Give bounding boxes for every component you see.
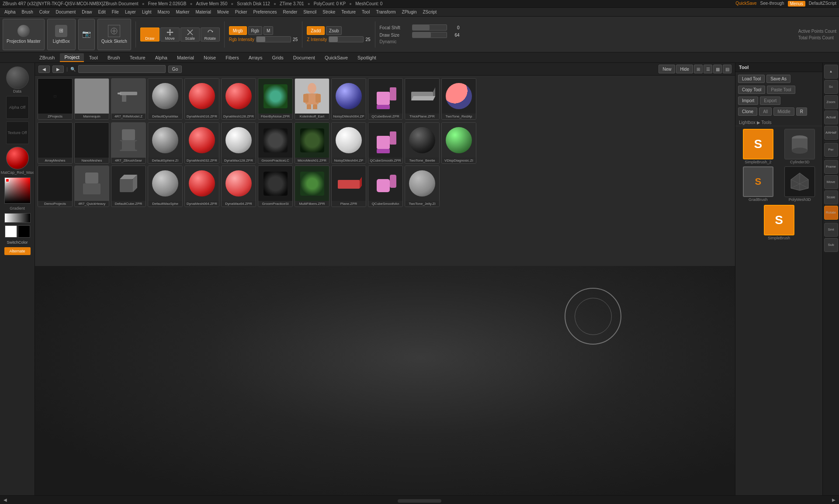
see-through-label[interactable]: See-through <box>760 1 784 7</box>
menu-edit[interactable]: Edit <box>96 9 108 15</box>
list-item[interactable]: QCubeSmooth.ZPR <box>368 122 403 164</box>
menu-zplugin[interactable]: ZPlugin <box>399 9 420 15</box>
lib-go-btn[interactable]: Go <box>168 66 182 73</box>
list-item[interactable]: Plane.ZPR <box>331 166 366 207</box>
alternate-btn[interactable]: Alternate <box>4 247 31 255</box>
menu-picker[interactable]: Picker <box>232 9 250 15</box>
import-btn[interactable]: Import <box>738 97 758 105</box>
tab-brush[interactable]: Brush <box>103 54 125 62</box>
rgb-btn[interactable]: Rgb <box>248 26 262 35</box>
draw-btn[interactable]: Draw <box>140 28 159 41</box>
rb-scale-btn[interactable]: Scale <box>824 190 838 204</box>
menu-alpha[interactable]: Alpha <box>2 9 18 15</box>
menu-stroke[interactable]: Stroke <box>320 9 338 15</box>
tab-grids[interactable]: Grids <box>267 54 288 62</box>
menu-texture[interactable]: Texture <box>339 9 358 15</box>
m-btn[interactable]: M <box>263 26 273 35</box>
list-item[interactable]: DynaMesh128.ZPR <box>221 78 256 120</box>
rb-scroll-up[interactable]: ▲ <box>824 65 838 79</box>
lightbox-btn[interactable]: ⊞ LightBox <box>47 19 76 50</box>
rb-sub-btn[interactable]: Sub <box>824 238 838 252</box>
matcap-swatch[interactable] <box>6 147 29 169</box>
brush-thumb-simple2[interactable]: S <box>743 129 773 159</box>
camera-btn[interactable]: 📷 <box>78 19 95 50</box>
list-item[interactable]: MicroMesh01.ZPR <box>295 122 329 164</box>
menu-brush[interactable]: Brush <box>19 9 36 15</box>
list-item[interactable]: DynaWax64.ZPR <box>221 166 256 207</box>
texture-off-btn[interactable]: Texture Off <box>6 121 29 144</box>
list-item[interactable]: ThickPlane.ZPR <box>405 78 440 120</box>
quick-save-btn[interactable]: QuickSave <box>735 1 756 7</box>
tab-tool[interactable]: Tool <box>85 54 102 62</box>
rb-actual-btn[interactable]: Actual <box>824 110 838 124</box>
mrgb-btn[interactable]: Mrgb <box>229 26 247 35</box>
black-swatch[interactable] <box>18 225 30 238</box>
tab-project[interactable]: Project <box>60 53 83 62</box>
tab-spotlight[interactable]: Spotlight <box>353 54 381 62</box>
brush-thumb-simple[interactable]: S <box>764 205 794 235</box>
rb-frame-btn[interactable]: Frame <box>824 160 838 174</box>
tab-document[interactable]: Document <box>289 54 319 62</box>
list-item[interactable]: FiberByNoise.ZPR <box>258 78 293 120</box>
menu-layer[interactable]: Layer <box>122 9 139 15</box>
view-grid-btn[interactable]: ⊞ <box>694 65 703 73</box>
bottom-scroll[interactable]: ◀ <box>3 497 7 502</box>
menu-tool[interactable]: Tool <box>359 9 372 15</box>
tab-texture[interactable]: Texture <box>125 54 150 62</box>
focal-shift-slider[interactable] <box>412 24 447 31</box>
zadd-btn[interactable]: Zadd <box>307 26 325 35</box>
brush-thumb-cylinder[interactable] <box>784 129 815 159</box>
list-item[interactable]: 4R7_QuickHeavy <box>74 166 109 207</box>
lib-new-btn[interactable]: New <box>659 65 675 73</box>
menu-macro[interactable]: Macro <box>155 9 173 15</box>
lib-search-input[interactable] <box>78 65 166 73</box>
scroll-thumb[interactable] <box>398 499 441 503</box>
export-btn[interactable]: Export <box>760 97 780 105</box>
color-picker[interactable] <box>4 177 31 204</box>
tab-noise[interactable]: Noise <box>199 54 220 62</box>
draw-size-slider[interactable] <box>412 32 447 38</box>
save-as-btn[interactable]: Save As <box>766 75 790 83</box>
list-item[interactable]: NoisyDMesh064.ZP <box>331 78 366 120</box>
list-item[interactable]: DefaultDynaWax <box>148 78 183 120</box>
menu-draw[interactable]: Draw <box>79 9 94 15</box>
list-item[interactable]: DefaultSphere.ZI <box>148 122 183 164</box>
list-item[interactable]: DemoProjects <box>38 166 73 207</box>
list-item[interactable]: MultiFilbers.ZPR <box>295 166 329 207</box>
list-item[interactable]: DynaMesh032.ZPR <box>184 122 219 164</box>
z-intensity-slider[interactable] <box>329 36 364 42</box>
menu-color[interactable]: Color <box>37 9 52 15</box>
projection-master-btn[interactable]: Projection Master <box>3 19 45 50</box>
canvas-area[interactable] <box>35 266 735 495</box>
list-item[interactable]: DynaMesh064.ZPR <box>184 166 219 207</box>
menu-render[interactable]: Render <box>281 9 300 15</box>
rb-rotate-btn[interactable]: Rotate <box>824 206 838 220</box>
list-item[interactable]: NanoMeshes <box>74 122 109 164</box>
default-script-btn[interactable]: DefaultZScript <box>809 1 836 7</box>
list-item[interactable]: DynaMesh016.ZPR <box>184 78 219 120</box>
rb-aahalf-btn[interactable]: AAHalf <box>824 126 838 140</box>
list-item[interactable]: GroomPracticeSt <box>258 166 293 207</box>
view-thumb-btn[interactable]: ▤ <box>723 65 732 73</box>
quick-sketch-btn[interactable]: Quick Sketch <box>97 19 131 50</box>
rgb-intensity-slider[interactable] <box>256 36 291 42</box>
menu-marker[interactable]: Marker <box>173 9 192 15</box>
tab-fibers[interactable]: Fibers <box>221 54 243 62</box>
list-item[interactable]: Mannequin <box>74 78 109 120</box>
list-item[interactable]: QCubeSmoothAn <box>368 166 403 207</box>
all-btn[interactable]: All <box>759 107 772 116</box>
list-item[interactable]: TwoTone_RedAp <box>441 78 476 120</box>
menu-stencil[interactable]: Stencil <box>301 9 319 15</box>
list-item[interactable]: 4R7_RifleModel.Z <box>111 78 146 120</box>
view-list-btn[interactable]: ☰ <box>704 65 712 73</box>
list-item[interactable]: □ ZProjects <box>38 78 73 120</box>
list-item[interactable]: DynaWax128.ZPR <box>221 122 256 164</box>
brush-thumb-grad[interactable]: S <box>743 166 773 197</box>
rb-sc-btn[interactable]: Sc <box>824 80 838 94</box>
menu-document[interactable]: Document <box>53 9 79 15</box>
clone-btn[interactable]: Clone <box>738 107 757 116</box>
list-item[interactable]: VDispDiagnosic.ZI <box>441 122 476 164</box>
switch-color-btn[interactable]: SwitchColor <box>7 240 28 245</box>
list-item[interactable]: 4R7_ZBrushSear <box>111 122 146 164</box>
rb-move-btn[interactable]: Move <box>824 175 838 189</box>
